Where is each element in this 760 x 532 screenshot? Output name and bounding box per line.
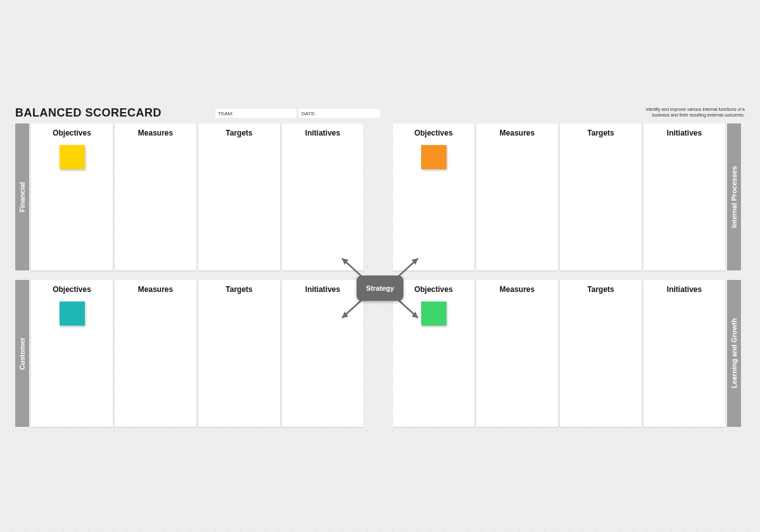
date-field-label: DATE: — [301, 111, 316, 117]
column-header: Initiatives — [667, 129, 702, 137]
date-field[interactable]: DATE: — [299, 109, 380, 118]
financial-measures-column[interactable]: Measures — [115, 124, 196, 270]
learning-initiatives-column[interactable]: Initiatives — [643, 280, 725, 427]
internal-targets-column[interactable]: Targets — [560, 124, 642, 270]
quadrant-label-internal-processes: Internal Processes — [727, 124, 741, 270]
learning-columns: Objectives Measures Targets Initiatives — [393, 280, 725, 427]
quadrant-customer: Customer Objectives Measures Targets Ini… — [15, 280, 364, 427]
column-header: Measures — [138, 129, 173, 137]
column-header: Measures — [500, 129, 535, 137]
column-header: Objectives — [53, 129, 91, 137]
quadrant-internal-processes: Objectives Measures Targets Initiatives … — [393, 124, 741, 270]
column-header: Targets — [587, 129, 614, 137]
diagram-description: Identify and improve various internal fu… — [637, 106, 745, 118]
column-header: Measures — [500, 285, 535, 294]
quadrant-financial: Financial Objectives Measures Targets In… — [15, 124, 364, 270]
financial-columns: Objectives Measures Targets Initiatives — [31, 124, 364, 270]
customer-objectives-column[interactable]: Objectives — [31, 280, 113, 427]
strategy-node-label: Strategy — [366, 284, 394, 292]
sticky-note[interactable] — [60, 145, 85, 169]
column-header: Initiatives — [305, 129, 340, 137]
sticky-note[interactable] — [60, 301, 85, 326]
column-header: Objectives — [414, 129, 453, 137]
quadrant-label-learning-growth: Learning and Growth — [727, 280, 741, 427]
customer-columns: Objectives Measures Targets Initiatives — [31, 280, 364, 427]
learning-measures-column[interactable]: Measures — [476, 280, 558, 427]
column-header: Measures — [138, 285, 173, 294]
internal-processes-columns: Objectives Measures Targets Initiatives — [393, 124, 725, 270]
balanced-scorecard-canvas[interactable]: BALANCED SCORECARD Identify and improve … — [0, 0, 760, 532]
financial-objectives-column[interactable]: Objectives — [31, 124, 113, 270]
diagram-title: BALANCED SCORECARD — [15, 106, 162, 120]
quadrant-label-customer: Customer — [15, 280, 29, 427]
internal-initiatives-column[interactable]: Initiatives — [643, 124, 725, 270]
learning-targets-column[interactable]: Targets — [560, 280, 642, 427]
internal-measures-column[interactable]: Measures — [476, 124, 558, 270]
financial-targets-column[interactable]: Targets — [198, 124, 280, 270]
column-header: Targets — [587, 285, 614, 294]
sticky-note[interactable] — [421, 145, 446, 169]
strategy-node[interactable]: Strategy — [357, 276, 403, 301]
column-header: Targets — [225, 129, 252, 137]
team-field-label: TEAM: — [218, 111, 233, 117]
team-field[interactable]: TEAM: — [215, 109, 296, 118]
column-header: Objectives — [53, 285, 91, 294]
quadrant-label-financial: Financial — [15, 124, 29, 270]
customer-measures-column[interactable]: Measures — [115, 280, 196, 427]
column-header: Initiatives — [667, 285, 702, 294]
quadrant-learning-growth: Objectives Measures Targets Initiatives … — [393, 280, 741, 427]
customer-targets-column[interactable]: Targets — [198, 280, 280, 427]
column-header: Targets — [225, 285, 252, 294]
